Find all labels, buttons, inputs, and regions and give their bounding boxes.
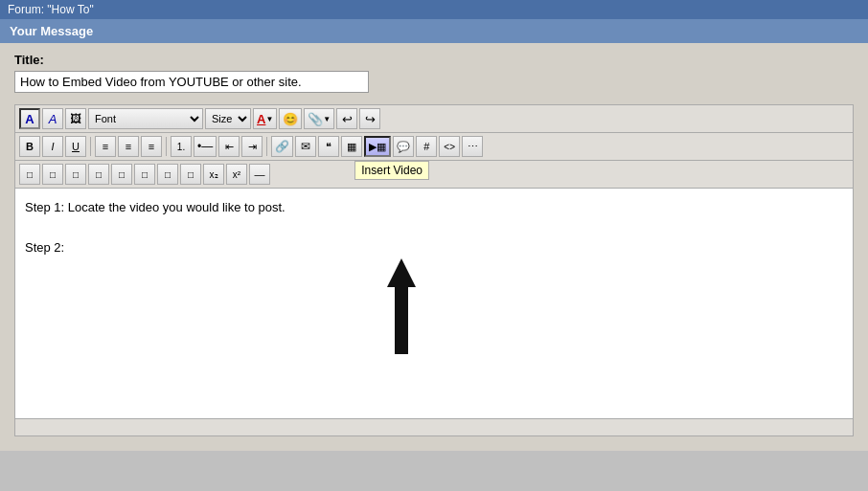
- hash-button[interactable]: #: [416, 136, 437, 157]
- sep-3: [266, 137, 267, 156]
- row3-btn-3[interactable]: □: [65, 164, 86, 185]
- spoiler-button[interactable]: 💬: [393, 136, 414, 157]
- sep-1: [90, 137, 91, 156]
- row3-btn-8[interactable]: □: [180, 164, 201, 185]
- outdent-button[interactable]: ⇤: [218, 136, 240, 157]
- indent-button[interactable]: ⇥: [241, 136, 263, 157]
- row3-btn-2[interactable]: □: [42, 164, 63, 185]
- quote-button[interactable]: ❝: [318, 136, 339, 157]
- row3-btn-4[interactable]: □: [88, 164, 109, 185]
- forum-bar: Forum: "How To": [0, 0, 868, 19]
- row3-btn-5[interactable]: □: [111, 164, 132, 185]
- row3-btn-1[interactable]: □: [19, 164, 40, 185]
- content-area[interactable]: Step 1: Locate the video you would like …: [15, 189, 853, 418]
- image-button[interactable]: 🖼: [65, 108, 86, 129]
- toolbar-row-2: B I U ≡ ≡ ≡ 1. •— ⇤ ⇥ 🔗 ✉ ❝ ▦ ▶▦ Insert …: [15, 133, 853, 161]
- redo-button[interactable]: ↪: [359, 108, 380, 129]
- subscript-button[interactable]: x₂: [203, 164, 224, 185]
- editor-container: A A 🖼 Font Arial Times New Roman Courier…: [14, 104, 854, 436]
- link-button[interactable]: 🔗: [271, 136, 293, 157]
- unordered-list-button[interactable]: •—: [194, 136, 217, 157]
- your-message-header: Your Message: [0, 19, 868, 43]
- your-message-title: Your Message: [10, 24, 93, 38]
- insert-video-wrapper: ▶▦ Insert Video: [364, 136, 391, 157]
- toolbar-row-3: □ □ □ □ □ □ □ □ x₂ x² —: [15, 161, 853, 189]
- underline-button[interactable]: U: [65, 136, 86, 157]
- font-select[interactable]: Font Arial Times New Roman Courier New: [88, 108, 203, 129]
- superscript-button[interactable]: x²: [226, 164, 247, 185]
- color-button[interactable]: A▼: [253, 108, 277, 129]
- code-button[interactable]: <>: [439, 136, 460, 157]
- undo-button[interactable]: ↩: [336, 108, 357, 129]
- forum-bar-text: Forum: "How To": [8, 3, 94, 16]
- attach-button[interactable]: 📎▼: [304, 108, 334, 129]
- more-button[interactable]: ⋯: [462, 136, 483, 157]
- toolbar-row-1: A A 🖼 Font Arial Times New Roman Courier…: [15, 105, 853, 133]
- title-input[interactable]: [14, 71, 369, 93]
- size-select[interactable]: Size 8 10 12 14 18 24: [205, 108, 251, 129]
- ordered-list-button[interactable]: 1.: [171, 136, 192, 157]
- align-left-button[interactable]: ≡: [95, 136, 116, 157]
- main-area: Title: A A 🖼 Font Arial Times New Roman …: [0, 43, 868, 451]
- emoji-button[interactable]: 😊: [279, 108, 302, 129]
- sep-2: [166, 137, 167, 156]
- row3-btn-6[interactable]: □: [134, 164, 155, 185]
- format-a1-button[interactable]: A: [19, 108, 40, 129]
- align-center-button[interactable]: ≡: [118, 136, 139, 157]
- step1-text: Step 1: Locate the video you would like …: [25, 198, 843, 218]
- email-button[interactable]: ✉: [295, 136, 316, 157]
- table-button[interactable]: ▦: [341, 136, 362, 157]
- bottom-bar: [15, 418, 853, 435]
- bold-button[interactable]: B: [19, 136, 40, 157]
- align-right-button[interactable]: ≡: [141, 136, 162, 157]
- italic-button[interactable]: I: [42, 136, 63, 157]
- hr-button[interactable]: —: [249, 164, 270, 185]
- insert-video-button[interactable]: ▶▦: [364, 136, 391, 157]
- format-a2-button[interactable]: A: [42, 108, 63, 129]
- title-label: Title:: [14, 53, 854, 67]
- step2-text: Step 2:: [25, 238, 843, 258]
- row3-btn-7[interactable]: □: [157, 164, 178, 185]
